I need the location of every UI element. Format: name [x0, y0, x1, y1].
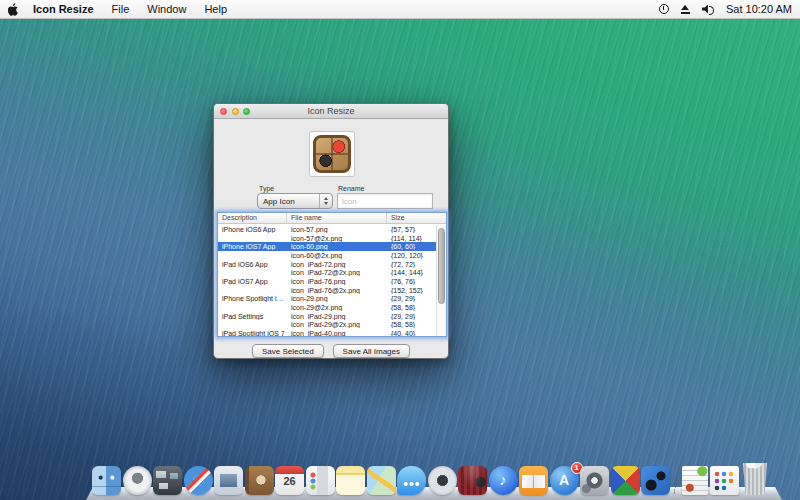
table-scrollbar[interactable]: [436, 225, 446, 336]
type-popup-button[interactable]: App Icon: [257, 193, 333, 209]
dock-mail-icon[interactable]: [214, 466, 243, 495]
table-cell: {29, 29}: [387, 295, 436, 302]
table-row[interactable]: icon-29@2x.png{58, 58}: [218, 303, 436, 312]
menu-help[interactable]: Help: [204, 3, 227, 15]
table-row[interactable]: iPhone iOS7 Appicon-60.png{60, 60}: [218, 242, 436, 251]
table-cell: icon-57@2x.png: [287, 235, 387, 242]
rename-label: Rename: [338, 185, 364, 192]
dock-trash-icon[interactable]: [740, 463, 770, 495]
type-popup-value: App Icon: [263, 197, 295, 206]
table-cell: {58, 58}: [387, 321, 436, 328]
dock-divider: [672, 465, 681, 495]
menu-window[interactable]: Window: [147, 3, 186, 15]
table-cell: iPad Settings: [218, 313, 287, 320]
dock-calendar-icon[interactable]: 26: [275, 466, 304, 495]
table-cell: {40, 40}: [387, 330, 436, 337]
table-cell: {76, 76}: [387, 278, 436, 285]
menu-bar-clock[interactable]: Sat 10:20 AM: [726, 3, 792, 15]
close-button[interactable]: [220, 108, 227, 115]
dock-facetime-icon[interactable]: [428, 466, 457, 495]
window-controls: [220, 108, 250, 115]
table-cell: icon_iPad-76.png: [287, 278, 387, 285]
window-title-bar[interactable]: Icon Resize: [214, 104, 448, 119]
table-row[interactable]: iPhone Spotlight i…icon-29.png{29, 29}: [218, 295, 436, 304]
eject-icon[interactable]: [680, 5, 691, 14]
save-all-images-button[interactable]: Save All Images: [333, 344, 410, 358]
table-row[interactable]: icon-57@2x.png{114, 114}: [218, 234, 436, 243]
dock: 261: [92, 463, 770, 495]
dock-downloads-folder-icon[interactable]: [710, 466, 739, 495]
dock-app-store-icon[interactable]: 1: [550, 466, 579, 495]
table-cell: icon_iPad-76@2x.png: [287, 287, 387, 294]
dock-maps-icon[interactable]: [367, 466, 396, 495]
table-cell: {58, 58}: [387, 304, 436, 311]
column-header-filename[interactable]: File name: [287, 213, 387, 223]
table-row[interactable]: iPad iOS7 Appicon_iPad-76.png{76, 76}: [218, 277, 436, 286]
apple-icon: [8, 3, 19, 16]
menu-file[interactable]: File: [112, 3, 130, 15]
icon-resize-window: Icon Resize Type Rename App Icon Descrip…: [213, 103, 449, 359]
table-body: iPhone iOS6 Appicon-57.png{57, 57}icon-5…: [218, 225, 436, 336]
table-row[interactable]: icon_iPad-29@2x.png{58, 58}: [218, 321, 436, 330]
table-cell: {29, 29}: [387, 313, 436, 320]
icon-preview-well: [309, 131, 355, 177]
dock-reminders-icon[interactable]: [306, 466, 335, 495]
dock-photo-booth-icon[interactable]: [458, 466, 487, 495]
menu-bar-status-area: Sat 10:20 AM: [659, 3, 792, 15]
table-row[interactable]: icon_iPad-76@2x.png{152, 152}: [218, 286, 436, 295]
table-cell: icon-57.png: [287, 226, 387, 233]
menu-bar: Icon ResizeFileWindowHelp Sat 10:20 AM: [0, 0, 800, 19]
volume-icon[interactable]: [702, 5, 715, 14]
menu-icon-resize[interactable]: Icon Resize: [33, 3, 94, 15]
table-header: Description File name Size: [218, 213, 446, 224]
dock-launchpad-icon[interactable]: [123, 466, 152, 495]
table-cell: iPad Spotlight iOS 7: [218, 330, 287, 337]
dock-notes-icon[interactable]: [336, 466, 365, 495]
table-row[interactable]: iPad iOS6 Appicon_iPad-72.png{72, 72}: [218, 260, 436, 269]
clock-icon[interactable]: [659, 4, 669, 14]
table-cell: {144, 144}: [387, 269, 436, 276]
table-cell: icon_iPad-40.png: [287, 330, 387, 337]
dock-colorful-app-icon[interactable]: [611, 466, 640, 495]
table-row[interactable]: icon-60@2x.png{120, 120}: [218, 251, 436, 260]
type-label: Type: [259, 185, 274, 192]
table-row[interactable]: iPad Settingsicon_iPad-29.png{29, 29}: [218, 312, 436, 321]
table-cell: {152, 152}: [387, 287, 436, 294]
dock-documents-stack-icon[interactable]: [682, 466, 708, 495]
scrollbar-thumb[interactable]: [438, 228, 445, 304]
table-cell: {120, 120}: [387, 252, 436, 259]
table-cell: {114, 114}: [387, 235, 436, 242]
table-row[interactable]: icon_iPad-72@2x.png{144, 144}: [218, 268, 436, 277]
file-table: Description File name Size iPhone iOS6 A…: [217, 212, 447, 337]
button-row: Save Selected Save All Images: [214, 344, 448, 358]
rename-input[interactable]: [337, 193, 433, 209]
dock-ibooks-icon[interactable]: [519, 466, 548, 495]
table-cell: iPhone iOS7 App: [218, 243, 287, 250]
game-board-icon: [313, 135, 351, 173]
table-cell: iPhone Spotlight i…: [218, 295, 287, 302]
column-header-description[interactable]: Description: [218, 213, 287, 223]
dock-contacts-icon[interactable]: [245, 466, 274, 495]
dock-system-preferences-icon[interactable]: [580, 466, 609, 495]
table-cell: {72, 72}: [387, 261, 436, 268]
table-cell: {57, 57}: [387, 226, 436, 233]
dock-mission-control-icon[interactable]: [153, 466, 182, 495]
dock-finder-icon[interactable]: [92, 466, 121, 495]
zoom-button[interactable]: [243, 108, 250, 115]
dock-messages-icon[interactable]: [397, 466, 426, 495]
apple-menu[interactable]: [8, 3, 19, 16]
table-cell: iPad iOS7 App: [218, 278, 287, 285]
table-cell: icon-29@2x.png: [287, 304, 387, 311]
dock-icon-resize-app-icon[interactable]: [641, 466, 670, 495]
dock-safari-icon[interactable]: [184, 466, 213, 495]
save-selected-button[interactable]: Save Selected: [252, 344, 324, 358]
minimize-button[interactable]: [232, 108, 239, 115]
table-row[interactable]: iPhone iOS6 Appicon-57.png{57, 57}: [218, 225, 436, 234]
table-cell: icon_iPad-29@2x.png: [287, 321, 387, 328]
window-content: Type Rename App Icon Description File na…: [214, 119, 448, 358]
table-cell: icon_iPad-29.png: [287, 313, 387, 320]
column-header-size[interactable]: Size: [387, 213, 446, 223]
table-row[interactable]: iPad Spotlight iOS 7icon_iPad-40.png{40,…: [218, 329, 436, 337]
dock-itunes-icon[interactable]: [489, 466, 518, 495]
table-cell: icon_iPad-72@2x.png: [287, 269, 387, 276]
